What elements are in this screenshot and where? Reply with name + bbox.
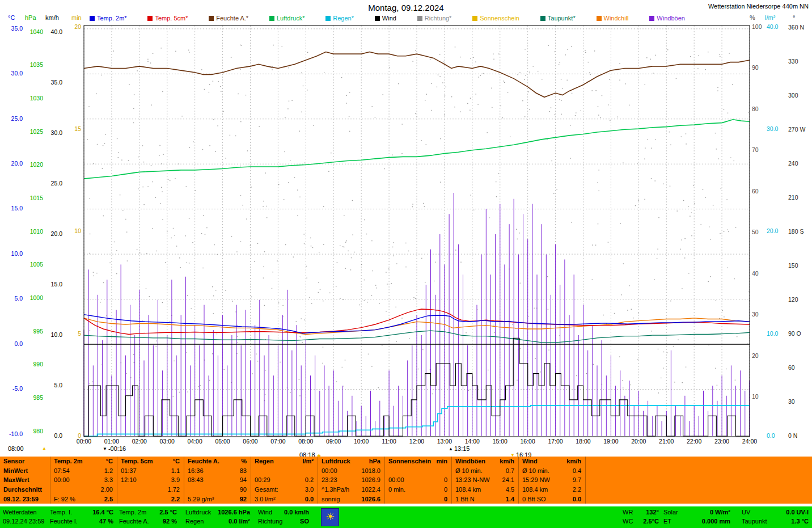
- direction-dot: [209, 92, 209, 92]
- direction-dot: [263, 267, 264, 267]
- direction-dot: [282, 305, 283, 306]
- stats-cell: 3.0 l/m²0.0: [251, 494, 318, 504]
- axis-unit-rain: l/m²: [765, 14, 775, 21]
- stats-value: 83: [240, 467, 247, 474]
- direction-dot: [654, 280, 655, 280]
- direction-dot: [504, 81, 504, 81]
- footer-temp-i: Temp. I.: [50, 508, 72, 517]
- direction-dot: [215, 290, 216, 290]
- legend-label: Regen*: [333, 15, 354, 22]
- direction-dot: [646, 57, 647, 58]
- stats-row-label: MinWert: [0, 466, 50, 476]
- stats-value: 0: [444, 496, 447, 502]
- direction-dot: [623, 263, 624, 264]
- footer-value: 0.0 l/m²: [214, 517, 250, 526]
- direction-dot: [375, 117, 375, 117]
- stats-row-label: Durchschnitt: [0, 485, 50, 495]
- stats-col-unit: min: [436, 458, 447, 464]
- tick-label: 70: [752, 146, 759, 153]
- stats-time: 3.0 l/m²: [255, 496, 276, 502]
- direction-dot: [432, 394, 433, 394]
- x-tick-label: 07:00: [270, 438, 285, 445]
- stats-col-unit: hPa: [369, 458, 380, 464]
- direction-dot: [133, 108, 134, 109]
- direction-dot: [146, 253, 147, 254]
- direction-dot: [336, 382, 337, 382]
- sunrise-time: 08:00: [8, 445, 24, 452]
- x-tick-label: 13:00: [437, 438, 452, 445]
- direction-dot: [398, 83, 399, 84]
- direction-dot: [705, 197, 705, 198]
- direction-dot: [477, 104, 478, 104]
- direction-dot: [299, 197, 300, 197]
- stats-time: 108.4 km: [455, 486, 481, 493]
- direction-dot: [720, 233, 720, 234]
- direction-dot: [516, 229, 517, 230]
- direction-dot: [150, 62, 151, 63]
- footer-taupunkt-value: 1.3 °C: [767, 517, 809, 526]
- tick-label: 25.0: [51, 180, 63, 187]
- direction-dot: [529, 109, 530, 109]
- stats-value: 1022.4: [361, 486, 380, 493]
- direction-dot: [651, 178, 652, 179]
- direction-dot: [684, 257, 685, 258]
- direction-dot: [603, 315, 604, 315]
- stats-value: 2.2: [171, 496, 180, 502]
- direction-dot: [299, 379, 299, 380]
- direction-dot: [466, 332, 466, 333]
- direction-dot: [368, 354, 369, 354]
- stats-time: F: 92 %: [54, 496, 75, 502]
- legend-item: Windchill: [597, 15, 629, 22]
- direction-dot: [547, 139, 547, 140]
- tick-label: 50: [752, 229, 759, 235]
- direction-dot: [134, 362, 134, 363]
- direction-dot: [186, 263, 187, 263]
- direction-dot: [278, 302, 279, 303]
- direction-dot: [348, 251, 348, 251]
- footer-regen-value: 0.0 l/m²: [214, 517, 250, 526]
- direction-dot: [265, 370, 266, 370]
- direction-dot: [105, 134, 105, 135]
- direction-dot: [638, 312, 639, 313]
- direction-dot: [722, 310, 723, 311]
- direction-dot: [609, 79, 610, 79]
- stats-time: 5.29 g/m³: [188, 496, 214, 502]
- direction-dot: [117, 138, 117, 139]
- direction-dot: [492, 107, 492, 108]
- stats-time: 00:29: [255, 476, 270, 483]
- direction-dot: [189, 147, 190, 148]
- direction-dot: [153, 181, 153, 182]
- direction-dot: [422, 349, 423, 350]
- direction-dot: [235, 136, 236, 136]
- stats-value: 1026.9: [361, 476, 380, 483]
- tick-label: 240: [788, 160, 798, 167]
- direction-dot: [438, 74, 438, 75]
- stats-time: 23:23: [322, 476, 337, 483]
- direction-dot: [678, 340, 678, 340]
- tick-label: 30: [752, 311, 759, 318]
- direction-dot: [571, 46, 572, 47]
- direction-dot: [629, 285, 629, 286]
- direction-dot: [223, 111, 223, 112]
- direction-dot: [181, 116, 182, 116]
- direction-dot: [297, 189, 298, 190]
- footer-label: Taupunkt: [742, 518, 767, 525]
- stats-time: 13:23 N-NW: [455, 476, 490, 483]
- axis-unit-pressure: hPa: [25, 14, 36, 21]
- direction-dot: [200, 385, 201, 386]
- direction-dot: [478, 77, 479, 77]
- chart-legend: Temp. 2m* Temp. 5cm* Feuchte A.* Luftdru…: [90, 15, 685, 22]
- tick-label: 210: [788, 194, 798, 201]
- direction-dot: [192, 242, 193, 243]
- direction-dot: [345, 360, 345, 360]
- direction-dot: [310, 238, 311, 238]
- legend-label: Richtung*: [425, 15, 452, 22]
- legend-swatch-wind: [375, 16, 380, 21]
- direction-dot: [175, 51, 176, 52]
- legend-item: Feuchte A.*: [209, 15, 248, 22]
- direction-dot: [173, 228, 174, 229]
- direction-dot: [257, 243, 258, 244]
- direction-dot: [684, 238, 685, 239]
- direction-dot: [585, 52, 586, 53]
- tick-label: 90 O: [788, 330, 801, 337]
